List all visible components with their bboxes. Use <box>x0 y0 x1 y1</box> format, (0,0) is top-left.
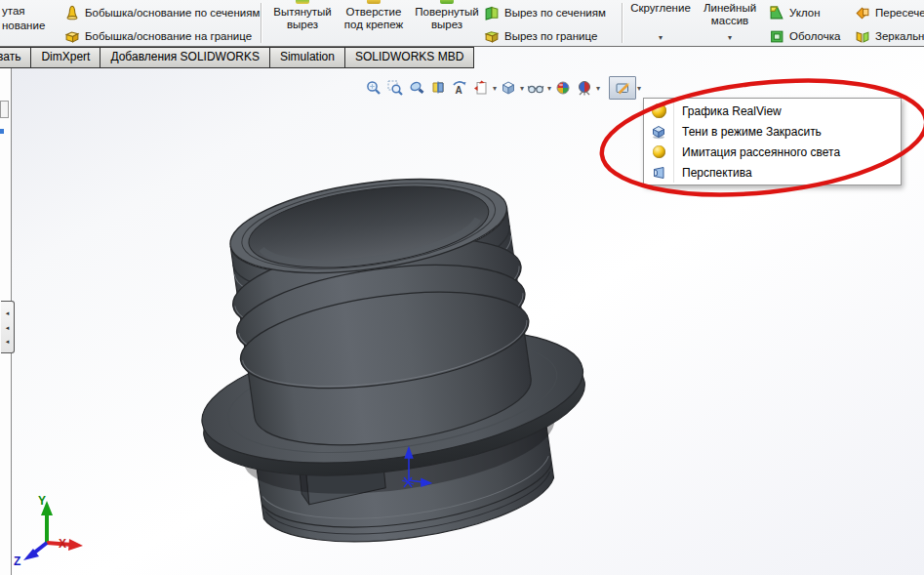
tab-solidworks-mbd[interactable]: SOLIDWORKS MBD <box>344 47 474 68</box>
view-orientation-icon[interactable] <box>472 79 490 97</box>
panel-splitter-tab[interactable]: ◂ ◂ ◂ <box>1 301 15 353</box>
fillet-dropdown-arrow[interactable]: ▾ <box>626 31 695 44</box>
display-style-dropdown-arrow[interactable]: ▾ <box>520 84 524 93</box>
linear-pattern-button[interactable]: Линейный массив ▾ <box>699 0 761 46</box>
intersect-label: Пересече <box>875 7 924 19</box>
commandmanager-tabs: вать DimXpert Добавления SOLIDWORKS Simu… <box>0 47 474 68</box>
extruded-cut-icon <box>296 0 309 4</box>
menu-item-shadows[interactable]: Тени в режиме Закрасить <box>644 121 901 142</box>
menu-item-realview-label: Графика RealView <box>682 104 782 118</box>
menu-item-ambient-occlusion-label: Имитация рассеянного света <box>682 145 840 159</box>
intersect-icon <box>855 5 870 21</box>
lofted-cut-button[interactable]: Вырез по сечениям <box>484 3 606 21</box>
feature-manager-mini-box <box>0 101 9 118</box>
zoom-to-area-icon[interactable] <box>386 79 404 97</box>
hole-wizard-label: Отверстие под крепеж <box>338 6 410 31</box>
shell-icon <box>769 28 784 44</box>
perspective-box-icon <box>651 165 666 181</box>
hole-wizard-icon <box>367 0 381 4</box>
mirror-button[interactable]: Зеркальн <box>855 26 924 45</box>
ribbon-partial-label-2: нование <box>2 19 45 33</box>
view-settings-button[interactable] <box>609 76 636 100</box>
zoom-to-fit-icon[interactable] <box>365 79 382 97</box>
loft-boss-button[interactable]: Бобышка/основание по сечениям <box>64 3 260 21</box>
boundary-boss-label: Бобышка/основание на границе <box>85 30 252 42</box>
revolved-cut-button[interactable]: Повернутый вырез <box>414 0 480 46</box>
boundary-cut-button[interactable]: Вырез по границе <box>484 26 597 45</box>
display-style-icon[interactable] <box>500 79 517 97</box>
loft-boss-icon <box>64 5 80 21</box>
intersect-button[interactable]: Пересече <box>855 3 924 21</box>
loft-boss-label: Бобышка/основание по сечениям <box>85 7 260 19</box>
command-ribbon: утая нование Бобышка/основание по сечени… <box>0 0 924 47</box>
tab-simulation[interactable]: Simulation <box>269 47 345 68</box>
ribbon-separator <box>261 3 261 43</box>
section-view-icon[interactable] <box>429 79 447 97</box>
draft-icon <box>769 5 784 21</box>
feature-manager-blue-tick <box>0 129 4 134</box>
svg-text:A: A <box>456 85 462 96</box>
boundary-boss-button[interactable]: Бобышка/основание на границе <box>64 26 252 45</box>
view-settings-icon <box>615 80 631 97</box>
menu-item-perspective[interactable]: Перспектива <box>644 162 901 183</box>
extruded-cut-button[interactable]: Вытянутый вырез <box>271 0 334 46</box>
mirror-icon <box>855 28 870 44</box>
menu-item-realview[interactable]: Графика RealView <box>644 101 901 121</box>
shaded-shadows-cube-icon <box>651 124 666 140</box>
hide-show-items-icon[interactable] <box>527 79 544 97</box>
shell-label: Оболочка <box>789 30 840 42</box>
boundary-cut-icon <box>484 28 500 44</box>
ambient-light-sphere-icon <box>653 145 665 158</box>
tab-evaluate-partial[interactable]: вать <box>0 47 31 68</box>
heads-up-view-toolbar: A ▾ ▾ ▾ ▾ ▾ <box>363 76 642 100</box>
menu-item-perspective-label: Перспектива <box>682 166 752 180</box>
hole-wizard-button[interactable]: Отверстие под крепеж <box>338 0 410 46</box>
triad-y-label: Y <box>38 494 46 508</box>
linear-pattern-dropdown-arrow[interactable]: ▾ <box>699 31 761 44</box>
collapse-arrow-icon: ◂ <box>6 309 10 316</box>
collapse-arrow-icon: ◂ <box>6 338 10 345</box>
ribbon-partial-label-1: утая <box>2 4 25 19</box>
rotate-view-icon[interactable]: A <box>451 79 468 97</box>
realview-sphere-icon <box>652 103 666 118</box>
magnify-icon[interactable] <box>408 79 425 97</box>
draft-button[interactable]: Уклон <box>769 3 821 21</box>
tab-dimxpert[interactable]: DimXpert <box>30 47 100 68</box>
reference-triad <box>23 501 83 560</box>
fillet-label: Скругление <box>626 2 695 15</box>
linear-pattern-label: Линейный массив <box>699 2 761 27</box>
menu-item-shadows-label: Тени в режиме Закрасить <box>682 125 822 139</box>
boundary-cut-label: Вырез по границе <box>504 30 597 42</box>
apply-scene-dropdown-arrow[interactable]: ▾ <box>596 84 600 93</box>
revolved-cut-icon <box>440 0 454 4</box>
ribbon-separator <box>622 3 623 43</box>
view-settings-dropdown-arrow[interactable]: ▾ <box>637 84 641 93</box>
collapse-arrow-icon: ◂ <box>6 324 10 331</box>
hide-show-items-dropdown-arrow[interactable]: ▾ <box>547 84 551 93</box>
view-orientation-dropdown-arrow[interactable]: ▾ <box>493 84 497 93</box>
tab-solidworks-addins[interactable]: Добавления SOLIDWORKS <box>100 47 270 68</box>
boundary-boss-icon <box>64 28 80 44</box>
lofted-cut-icon <box>484 5 500 21</box>
extruded-cut-label: Вытянутый вырез <box>271 6 334 31</box>
triad-z-label: Z <box>14 554 20 568</box>
fillet-button[interactable]: Скругление ▾ <box>626 0 695 46</box>
draft-label: Уклон <box>789 7 821 19</box>
revolved-cut-label: Повернутый вырез <box>414 6 480 31</box>
shell-button[interactable]: Оболочка <box>769 26 840 45</box>
view-settings-menu: Графика RealView Тени в режиме Закрасить… <box>643 98 902 185</box>
menu-item-ambient-occlusion[interactable]: Имитация рассеянного света <box>644 142 901 162</box>
edit-appearance-icon[interactable] <box>554 79 572 97</box>
lofted-cut-label: Вырез по сечениям <box>504 7 606 19</box>
apply-scene-icon[interactable] <box>576 79 593 97</box>
mirror-label: Зеркальн <box>875 30 924 42</box>
triad-x-label: X <box>59 537 66 551</box>
